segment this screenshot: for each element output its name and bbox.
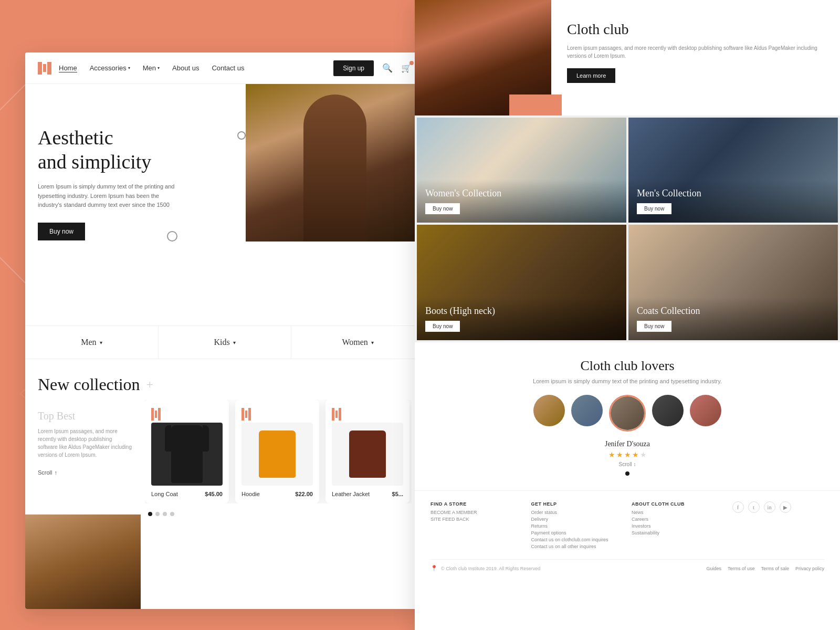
footer-columns: FIND A STORE BECOME A MEMBER SITE FEED B… bbox=[430, 501, 824, 551]
product-card-jacket[interactable]: Leather Jacket $5... bbox=[326, 400, 410, 503]
reviewer-stars: ★ ★ ★ ★ ★ bbox=[430, 450, 824, 459]
category-kids[interactable]: Kids ▾ bbox=[159, 326, 292, 359]
footer-terms-sale[interactable]: Terms of sale bbox=[761, 566, 789, 571]
dot-3[interactable] bbox=[163, 512, 167, 516]
category-nav: Men ▾ Kids ▾ Women ▾ bbox=[25, 326, 424, 359]
kids-cat-arrow: ▾ bbox=[233, 340, 236, 345]
scroll-hint: Scroll ↕ bbox=[430, 461, 824, 467]
social-icons: f t in ▶ bbox=[732, 501, 825, 513]
footer-news[interactable]: News bbox=[632, 510, 724, 515]
star-3: ★ bbox=[624, 450, 631, 459]
footer-delivery[interactable]: Delivery bbox=[531, 517, 624, 522]
footer-investors[interactable]: Investors bbox=[632, 523, 724, 529]
footer-terms-use[interactable]: Terms of use bbox=[728, 566, 755, 571]
womens-buy-button[interactable]: Buy now bbox=[425, 203, 460, 214]
hoodie-price: $22.00 bbox=[295, 491, 313, 497]
hero-buy-button[interactable]: Buy now bbox=[38, 223, 85, 240]
cloth-club-description: Lorem ipsum passages, and more recently … bbox=[567, 44, 824, 60]
womens-collection-card[interactable]: Women's Collection Buy now bbox=[417, 118, 626, 223]
scroll-up-icon: ↑ bbox=[55, 469, 58, 476]
scroll-button[interactable]: Scroll ↑ bbox=[38, 469, 57, 476]
cart-badge bbox=[410, 61, 414, 65]
star-2: ★ bbox=[616, 450, 623, 459]
mens-collection-title: Men's Collection bbox=[637, 188, 830, 199]
jacket-price: $5... bbox=[392, 491, 403, 497]
footer-sustainability[interactable]: Sustainability bbox=[632, 530, 724, 536]
womens-collection-overlay: Women's Collection Buy now bbox=[417, 180, 626, 223]
star-1: ★ bbox=[608, 450, 615, 459]
women-cat-arrow: ▾ bbox=[371, 340, 374, 345]
cloth-club-title: Cloth club bbox=[567, 21, 824, 38]
hero-dot-1 bbox=[237, 131, 246, 140]
location-icon: 📍 bbox=[430, 565, 438, 572]
card-logo-2 bbox=[242, 408, 256, 418]
footer-become-member[interactable]: BECOME A MEMBER bbox=[430, 510, 523, 515]
search-button[interactable]: 🔍 bbox=[382, 63, 393, 73]
footer-col-help: GET HELP Order status Delivery Returns P… bbox=[531, 501, 624, 551]
category-men[interactable]: Men ▾ bbox=[25, 326, 159, 359]
boots-buy-button[interactable]: Buy now bbox=[425, 321, 460, 332]
mens-collection-card[interactable]: Men's Collection Buy now bbox=[628, 118, 838, 223]
avatar-1[interactable] bbox=[533, 395, 565, 426]
dot-1[interactable] bbox=[148, 512, 152, 516]
category-women[interactable]: Women ▾ bbox=[291, 326, 424, 359]
lovers-title: Cloth club lovers bbox=[430, 358, 824, 374]
footer-contact-main[interactable]: Contact us on clothclub.com inquires bbox=[531, 537, 624, 542]
coats-collection-card[interactable]: Coats Collection Buy now bbox=[628, 225, 838, 340]
coats-buy-button[interactable]: Buy now bbox=[637, 321, 671, 332]
footer-col-store: FIND A STORE BECOME A MEMBER SITE FEED B… bbox=[430, 501, 523, 551]
card-logo-3 bbox=[332, 408, 346, 418]
mens-buy-button[interactable]: Buy now bbox=[637, 203, 671, 214]
footer: FIND A STORE BECOME A MEMBER SITE FEED B… bbox=[415, 490, 840, 577]
dot-2[interactable] bbox=[155, 512, 160, 516]
coat-image bbox=[151, 423, 223, 486]
collection-grid: Women's Collection Buy now Men's Collect… bbox=[415, 116, 840, 342]
nav-right: Sign up 🔍 🛒 bbox=[333, 60, 412, 76]
footer-careers[interactable]: Careers bbox=[632, 517, 724, 522]
avatar-3-active[interactable] bbox=[609, 395, 646, 432]
top-best-description: Lorem Ipsum passages, and more recently … bbox=[38, 427, 132, 459]
nav-accessories[interactable]: Accessories ▾ bbox=[90, 64, 130, 72]
footer-bottom: 📍 © Cloth club Institute 2019. All Right… bbox=[430, 559, 824, 572]
footer-nav-links: Guides Terms of use Terms of sale Privac… bbox=[706, 566, 824, 571]
avatar-5[interactable] bbox=[690, 395, 721, 426]
product-card-coat[interactable]: Long Coat $45.00 bbox=[145, 400, 229, 503]
dot-4[interactable] bbox=[170, 512, 174, 516]
footer-site-feedback[interactable]: SITE FEED BACK bbox=[430, 517, 523, 522]
top-best-block: Top Best Lorem Ipsum passages, and more … bbox=[38, 400, 132, 503]
footer-contact-other[interactable]: Contact us on all other inquires bbox=[531, 544, 624, 549]
cloth-club-text: Cloth club Lorem ipsum passages, and mor… bbox=[551, 0, 840, 116]
cart-icon: 🛒 bbox=[401, 64, 412, 72]
navigation: Home Accessories ▾ Men ▾ About us Contac… bbox=[25, 52, 424, 84]
womens-collection-title: Women's Collection bbox=[425, 188, 618, 199]
avatar-4[interactable] bbox=[652, 395, 684, 426]
avatar-2[interactable] bbox=[571, 395, 603, 426]
hero-description: Lorem Ipsum is simply dummy text of the … bbox=[38, 182, 185, 210]
search-icon: 🔍 bbox=[382, 64, 393, 72]
footer-col-about: ABOUT CLOTH CLUB News Careers Investors … bbox=[632, 501, 724, 551]
hoodie-image bbox=[242, 423, 313, 486]
instagram-icon[interactable]: in bbox=[764, 501, 775, 513]
boots-collection-card[interactable]: Boots (High neck) Buy now bbox=[417, 225, 626, 340]
youtube-icon[interactable]: ▶ bbox=[780, 501, 791, 513]
footer-order-status[interactable]: Order status bbox=[531, 510, 624, 515]
learn-more-button[interactable]: Learn more bbox=[567, 68, 615, 83]
footer-privacy[interactable]: Privacy policy bbox=[795, 566, 824, 571]
coats-collection-overlay: Coats Collection Buy now bbox=[628, 297, 838, 340]
nav-contact[interactable]: Contact us bbox=[212, 64, 244, 72]
footer-returns[interactable]: Returns bbox=[531, 523, 624, 529]
footer-store-title: FIND A STORE bbox=[430, 501, 523, 507]
men-cat-arrow: ▾ bbox=[100, 340, 102, 345]
nav-home[interactable]: Home bbox=[59, 64, 77, 72]
product-card-hoodie[interactable]: Hoodie $22.00 bbox=[235, 400, 319, 503]
footer-payment[interactable]: Payment options bbox=[531, 530, 624, 536]
nav-about[interactable]: About us bbox=[172, 64, 199, 72]
boots-collection-overlay: Boots (High neck) Buy now bbox=[417, 297, 626, 340]
cart-button[interactable]: 🛒 bbox=[401, 63, 412, 73]
jacket-name: Leather Jacket bbox=[332, 491, 370, 497]
signup-button[interactable]: Sign up bbox=[333, 60, 374, 76]
twitter-icon[interactable]: t bbox=[748, 501, 760, 513]
footer-guides[interactable]: Guides bbox=[706, 566, 721, 571]
nav-men[interactable]: Men ▾ bbox=[143, 64, 160, 72]
facebook-icon[interactable]: f bbox=[732, 501, 744, 513]
